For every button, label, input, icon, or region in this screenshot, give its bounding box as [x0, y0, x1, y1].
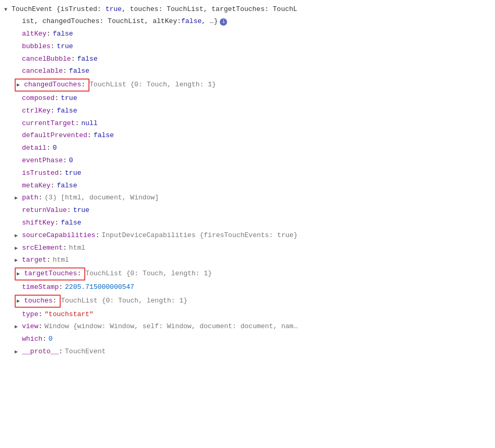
root-object-line[interactable]: TouchEvent {isTrusted: true, touches: To… — [4, 3, 495, 16]
property-line-touches[interactable]: touches: TouchList {0: Touch, length: 1} — [4, 294, 495, 308]
val-target: html — [53, 255, 69, 266]
property-line-which: which: 0 — [4, 333, 495, 346]
val-touches: TouchList {0: Touch, length: 1} — [61, 296, 187, 307]
key-eventPhase: eventPhase — [22, 155, 63, 166]
property-line-targetTouches[interactable]: targetTouches: TouchList {0: Touch, leng… — [4, 267, 495, 282]
property-line-bubbles: bubbles: true — [4, 40, 495, 53]
properties-list: altKey: falsebubbles: truecancelBubble: … — [4, 28, 495, 359]
root-object-summary-line2: ist, changedTouches: TouchList, altKey: … — [4, 16, 495, 28]
property-line-returnValue: returnValue: true — [4, 205, 495, 217]
key-targetTouches: targetTouches — [24, 268, 77, 279]
property-line-altKey: altKey: false — [4, 28, 495, 41]
key-detail: detail — [22, 143, 47, 154]
property-line-sourceCapabilities[interactable]: sourceCapabilities: InputDeviceCapabilit… — [4, 229, 495, 242]
val-__proto__: TouchEvent — [65, 346, 106, 357]
property-line-isTrusted: isTrusted: true — [4, 167, 495, 180]
val-changedTouches: TouchList {0: Touch, length: 1} — [89, 80, 216, 91]
val-shiftKey: false — [61, 218, 81, 229]
key-cancelBubble: cancelBubble — [22, 54, 71, 65]
val-defaultPrevented: false — [94, 130, 114, 141]
key-srcElement: srcElement — [22, 243, 63, 254]
val-sourceCapabilities: InputDeviceCapabilities {firesTouchEvent… — [102, 230, 297, 241]
val-ctrlKey: false — [57, 106, 77, 117]
key-touches: touches — [24, 296, 53, 307]
val-currentTarget: null — [81, 118, 97, 129]
val-type: "touchstart" — [44, 309, 94, 320]
property-line-cancelBubble: cancelBubble: false — [4, 53, 495, 65]
property-line-currentTarget: currentTarget: null — [4, 117, 495, 130]
key-which: which — [22, 334, 42, 345]
expand-arrow-changedTouches[interactable] — [17, 81, 24, 89]
key-view: view — [22, 321, 38, 332]
property-line-composed: composed: true — [4, 93, 495, 105]
key-bubbles: bubbles — [22, 41, 51, 52]
val-detail: 0 — [53, 143, 57, 154]
val-srcElement: html — [69, 243, 85, 254]
val-eventPhase: 0 — [69, 155, 73, 166]
key-returnValue: returnValue — [22, 205, 67, 216]
root-object-summary: TouchEvent {isTrusted: true, touches: To… — [12, 4, 297, 15]
expand-highlight-touches[interactable]: touches: — [15, 295, 61, 308]
expand-arrow-__proto__[interactable] — [15, 348, 22, 356]
val-which: 0 — [49, 334, 53, 345]
val-targetTouches: TouchList {0: Touch, length: 1} — [85, 268, 212, 279]
property-line-srcElement[interactable]: srcElement: html — [4, 242, 495, 254]
property-line-eventPhase: eventPhase: 0 — [4, 155, 495, 167]
key-target: target — [22, 255, 47, 266]
val-bubbles: true — [57, 41, 73, 52]
key-type: type — [22, 309, 38, 320]
property-line-shiftKey: shiftKey: false — [4, 217, 495, 230]
val-path: (3) [html, document, Window] — [44, 193, 159, 204]
val-cancelable: false — [69, 66, 89, 77]
val-metaKey: false — [57, 181, 77, 192]
key-defaultPrevented: defaultPrevented — [22, 130, 87, 141]
expand-arrow-view[interactable] — [15, 323, 22, 331]
expand-arrow-srcElement[interactable] — [15, 244, 22, 253]
expand-arrow-target[interactable] — [15, 256, 22, 265]
expand-highlight-targetTouches[interactable]: targetTouches: — [15, 267, 85, 281]
key-changedTouches: changedTouches — [24, 80, 81, 91]
val-altKey: false — [53, 29, 73, 40]
property-line-__proto__[interactable]: __proto__: TouchEvent — [4, 346, 495, 359]
key-__proto__: __proto__ — [22, 346, 59, 357]
inspector-panel: TouchEvent {isTrusted: true, touches: To… — [0, 0, 495, 448]
key-isTrusted: isTrusted — [22, 168, 59, 179]
key-sourceCapabilities: sourceCapabilities — [22, 230, 95, 241]
expand-arrow-targetTouches[interactable] — [17, 270, 24, 278]
property-line-type: type: "touchstart" — [4, 308, 495, 321]
property-line-view[interactable]: view: Window {window: Window, self: Wind… — [4, 321, 495, 333]
val-isTrusted: true — [65, 168, 81, 179]
val-timeStamp: 2205.715000000547 — [65, 282, 134, 293]
key-currentTarget: currentTarget — [22, 118, 75, 129]
val-cancelBubble: false — [77, 54, 97, 65]
expand-arrow-touches[interactable] — [17, 297, 24, 306]
key-path: path — [22, 193, 38, 204]
val-composed: true — [61, 93, 77, 104]
property-line-ctrlKey: ctrlKey: false — [4, 105, 495, 117]
property-line-changedTouches[interactable]: changedTouches: TouchList {0: Touch, len… — [4, 78, 495, 93]
key-cancelable: cancelable — [22, 66, 63, 77]
expand-highlight-changedTouches[interactable]: changedTouches: — [15, 79, 89, 92]
property-line-metaKey: metaKey: false — [4, 180, 495, 192]
val-view: Window {window: Window, self: Window, do… — [44, 321, 298, 332]
key-timeStamp: timeStamp — [22, 282, 59, 293]
info-icon[interactable]: i — [220, 18, 227, 26]
property-line-timeStamp: timeStamp: 2205.715000000547 — [4, 282, 495, 294]
property-line-defaultPrevented: defaultPrevented: false — [4, 130, 495, 142]
key-composed: composed — [22, 93, 54, 104]
key-metaKey: metaKey — [22, 181, 51, 192]
root-expand-arrow[interactable] — [4, 6, 12, 14]
val-returnValue: true — [73, 205, 89, 216]
property-line-path[interactable]: path: (3) [html, document, Window] — [4, 192, 495, 205]
key-altKey: altKey — [22, 29, 47, 40]
key-shiftKey: shiftKey — [22, 218, 54, 229]
expand-arrow-sourceCapabilities[interactable] — [15, 232, 22, 240]
property-line-detail: detail: 0 — [4, 142, 495, 155]
property-line-target[interactable]: target: html — [4, 254, 495, 267]
key-ctrlKey: ctrlKey — [22, 106, 51, 117]
property-line-cancelable: cancelable: false — [4, 65, 495, 78]
expand-arrow-path[interactable] — [15, 194, 22, 203]
